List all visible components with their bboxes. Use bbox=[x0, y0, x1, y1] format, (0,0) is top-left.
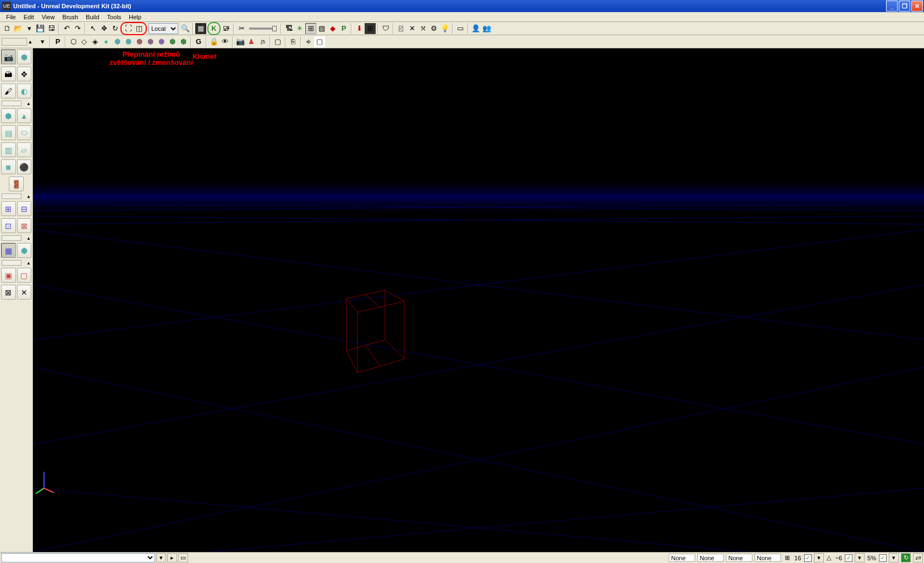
kismet-icon[interactable]: K bbox=[208, 23, 219, 34]
csg-intersect-button[interactable]: ⊡ bbox=[1, 218, 16, 233]
window-icon[interactable]: ▭ bbox=[455, 23, 466, 34]
build-paths-icon[interactable]: ⊞ bbox=[305, 23, 316, 34]
play-icon[interactable]: P bbox=[338, 23, 349, 34]
collapse-arrow-up[interactable]: ▲ bbox=[27, 38, 34, 45]
section-dropdown-4[interactable] bbox=[2, 260, 21, 266]
sb-execute-button[interactable]: ▸ bbox=[167, 553, 177, 562]
far-clip-slider[interactable] bbox=[249, 27, 277, 30]
cube-brush-button[interactable]: ⬢ bbox=[1, 108, 16, 123]
undo-icon[interactable]: ↶ bbox=[61, 23, 72, 34]
select-red2-button[interactable]: ▢ bbox=[17, 268, 32, 283]
solid-cube-outline-icon[interactable]: ◇ bbox=[79, 36, 90, 47]
menu-view[interactable]: View bbox=[38, 13, 59, 21]
perspective-icon[interactable]: P bbox=[52, 36, 63, 47]
solid-cube-icon[interactable]: ◈ bbox=[90, 36, 101, 47]
scale-uniform-icon[interactable]: ⛶ bbox=[123, 23, 134, 34]
build-lighting-icon[interactable]: ☀ bbox=[294, 23, 305, 34]
texture-cube-icon[interactable]: ⬣ bbox=[123, 36, 134, 47]
stairs-brush-button[interactable]: ▤ bbox=[1, 125, 16, 140]
scale-nonuniform-icon[interactable]: ◫ bbox=[134, 23, 145, 34]
frame-white-icon[interactable]: ▢ bbox=[314, 36, 325, 47]
content-browser-icon[interactable]: ▦ bbox=[195, 23, 206, 34]
minimize-button[interactable]: _ bbox=[886, 1, 898, 12]
menu-brush[interactable]: Brush bbox=[58, 13, 82, 21]
sb-dropdown-button[interactable]: ▾ bbox=[156, 553, 166, 562]
menu-edit[interactable]: Edit bbox=[20, 13, 38, 21]
save-all-icon[interactable]: 🖫 bbox=[46, 23, 57, 34]
autosave-button[interactable]: ↻ bbox=[901, 553, 911, 562]
brush-mode-button[interactable]: 🖌 bbox=[1, 84, 16, 98]
speed-icon[interactable]: .|5 bbox=[257, 36, 268, 47]
section-dropdown-3[interactable] bbox=[2, 235, 21, 241]
csg-add-button[interactable]: ⊞ bbox=[1, 201, 16, 216]
bulb-icon[interactable]: 💡 bbox=[439, 23, 450, 34]
crossing-icon[interactable]: ✕ bbox=[406, 23, 417, 34]
brush-cube-icon[interactable]: ⬢ bbox=[134, 36, 145, 47]
spiral-stairs-button[interactable]: ▥ bbox=[1, 142, 16, 157]
detail-cube-icon[interactable]: ⬢ bbox=[145, 36, 156, 47]
section-dropdown-2[interactable] bbox=[2, 194, 21, 199]
build-all-icon[interactable]: ◆ bbox=[327, 23, 338, 34]
select-red-button[interactable]: ▣ bbox=[1, 268, 16, 283]
sphere-brush-button[interactable]: ⚫ bbox=[17, 159, 32, 174]
unlit-cube-icon[interactable]: ⬢ bbox=[112, 36, 123, 47]
collapse-arrow-2[interactable]: ▲ bbox=[26, 194, 31, 199]
rotate-icon[interactable]: ↻ bbox=[109, 23, 120, 34]
settings-icon[interactable]: ⚙ bbox=[428, 23, 439, 34]
pct-snap-checkbox[interactable]: ✓ bbox=[879, 554, 887, 562]
menu-build[interactable]: Build bbox=[82, 13, 103, 21]
collapse-arrow-4[interactable]: ▲ bbox=[26, 261, 31, 266]
terrain-mode-button[interactable]: 🏔 bbox=[1, 67, 16, 81]
open-icon[interactable]: 📂 bbox=[13, 23, 24, 34]
grid-dark-icon[interactable]: ⊞ bbox=[365, 23, 376, 34]
game-icon[interactable]: G bbox=[193, 36, 204, 47]
select-icon[interactable]: ↖ bbox=[87, 23, 98, 34]
stream-icon[interactable]: ⎆ bbox=[303, 36, 314, 47]
shader-cube-icon[interactable]: ⬢ bbox=[156, 36, 167, 47]
complexity-cube-icon[interactable]: ⬢ bbox=[167, 36, 178, 47]
sheet-brush-button[interactable]: ▱ bbox=[17, 142, 32, 157]
pct-dropdown[interactable]: ▾ bbox=[889, 553, 899, 562]
csg-deintersect-button[interactable]: ⊠ bbox=[17, 218, 32, 233]
viewport-3d[interactable] bbox=[33, 48, 924, 552]
build-cover-icon[interactable]: ▨ bbox=[316, 23, 327, 34]
mode-dropdown[interactable] bbox=[2, 38, 27, 46]
save-icon[interactable]: 💾 bbox=[35, 23, 46, 34]
collapse-arrow-1[interactable]: ▲ bbox=[26, 101, 31, 106]
cut-icon[interactable]: ✂ bbox=[236, 23, 247, 34]
menu-tools[interactable]: Tools bbox=[103, 13, 125, 21]
connect-icon[interactable]: ⤱ bbox=[417, 23, 428, 34]
people-icon[interactable]: 👥 bbox=[481, 23, 492, 34]
viewport-maximize-icon[interactable]: ▢ bbox=[272, 36, 283, 47]
download-icon[interactable]: ⬇ bbox=[354, 23, 365, 34]
sb-window-button[interactable]: ▭ bbox=[178, 553, 188, 562]
move-mode-button[interactable]: ✥ bbox=[17, 67, 32, 81]
new-icon[interactable]: 🗋 bbox=[2, 23, 13, 34]
command-select[interactable] bbox=[1, 553, 155, 562]
dropdown-icon[interactable]: ▾ bbox=[24, 23, 35, 34]
cone-brush-button[interactable]: ▲ bbox=[17, 108, 32, 123]
unhide-button[interactable]: ✕ bbox=[17, 285, 32, 300]
add-volume-button[interactable]: ⬢ bbox=[17, 243, 32, 258]
shield-icon[interactable]: 🛡 bbox=[380, 23, 391, 34]
viewport-container[interactable]: Přepínání režimů zvětšování / zmenšování… bbox=[33, 48, 924, 552]
coord-space-select[interactable]: Local bbox=[148, 23, 178, 34]
tear-off-icon[interactable]: ⎘ bbox=[288, 36, 299, 47]
hide-button[interactable]: ⊠ bbox=[1, 285, 16, 300]
builder-brush-cube[interactable] bbox=[346, 290, 404, 373]
person-icon[interactable]: 👤 bbox=[470, 23, 481, 34]
arrow-down-icon[interactable]: ▾ bbox=[37, 36, 48, 47]
search-icon[interactable]: 🔍 bbox=[180, 23, 191, 34]
sb-arrows-button[interactable]: ⮂ bbox=[913, 553, 923, 562]
build-geom-icon[interactable]: 🏗 bbox=[283, 23, 294, 34]
special-add-button[interactable]: ▦ bbox=[1, 243, 16, 258]
angle-snap-checkbox[interactable]: ✓ bbox=[845, 554, 853, 562]
lock-icon[interactable]: 🔒 bbox=[208, 36, 219, 47]
angle-dropdown[interactable]: ▾ bbox=[855, 553, 865, 562]
menu-file[interactable]: File bbox=[2, 13, 20, 21]
volumetric-brush-button[interactable]: ◙ bbox=[1, 159, 16, 174]
redo-icon[interactable]: ↷ bbox=[72, 23, 83, 34]
socket-icon[interactable]: ⍃ bbox=[395, 23, 406, 34]
lit-sphere-icon[interactable]: ● bbox=[101, 36, 112, 47]
eye-icon[interactable]: 👁 bbox=[219, 36, 230, 47]
